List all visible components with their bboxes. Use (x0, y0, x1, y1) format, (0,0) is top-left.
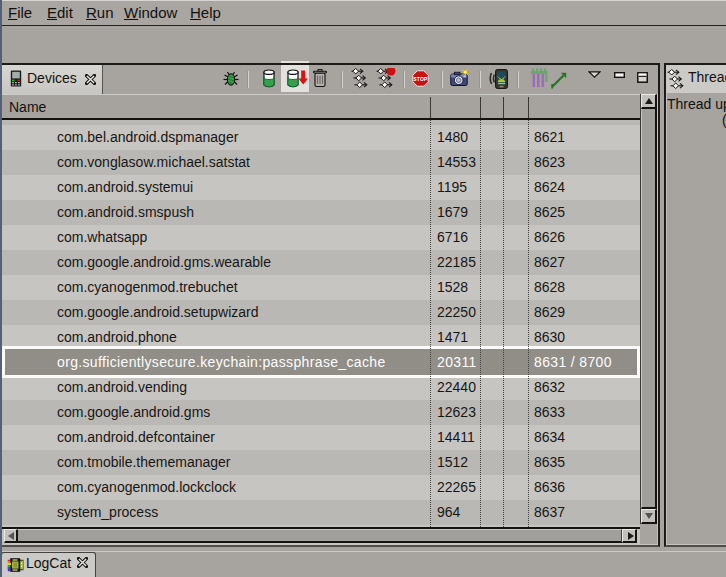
svg-text:STOP: STOP (413, 76, 428, 82)
